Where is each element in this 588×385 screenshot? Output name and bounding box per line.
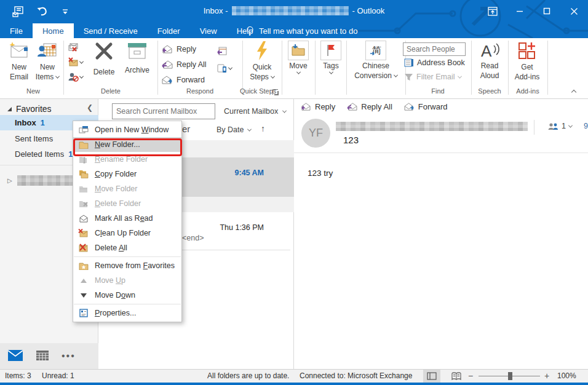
expanded-triangle-icon <box>7 107 12 111</box>
menu-new-folder[interactable]: New Folder... <box>73 137 181 152</box>
quick-steps-dialog-launcher-icon[interactable] <box>272 89 278 95</box>
tab-folder[interactable]: Folder <box>148 23 190 38</box>
window-bottom-edge <box>0 383 588 385</box>
move-icon-frame <box>288 41 309 60</box>
scope-dropdown[interactable]: Current Mailbox <box>219 103 291 119</box>
divider <box>534 120 534 135</box>
message-time: Thu 1:36 PM <box>220 223 264 232</box>
chevron-down-icon <box>282 108 287 113</box>
search-input[interactable] <box>113 107 219 116</box>
archive-button[interactable]: Archive <box>121 41 154 74</box>
maximize-button[interactable] <box>538 2 556 20</box>
im-button[interactable] <box>217 63 232 74</box>
avatar[interactable]: YF <box>301 119 330 148</box>
ignore-button[interactable] <box>68 42 83 53</box>
zoom-level[interactable]: 100% <box>557 371 576 380</box>
mail-nav-button[interactable] <box>7 349 23 363</box>
quick-steps-button[interactable]: Quick Steps <box>245 41 279 81</box>
more-nav-button[interactable]: ••• <box>62 351 76 362</box>
meeting-button[interactable] <box>217 46 232 57</box>
quick-steps-label-1: Quick <box>253 63 272 71</box>
menu-clean-up-folder[interactable]: Clean Up Folder <box>73 226 181 240</box>
zoom-out-button[interactable]: − <box>468 371 473 381</box>
tab-send-receive[interactable]: Send / Receive <box>74 23 148 38</box>
sort-direction-icon[interactable]: ↑ <box>261 124 265 133</box>
tab-file[interactable]: File <box>0 23 33 38</box>
tags-button[interactable]: Tags <box>317 41 344 74</box>
new-items-button[interactable]: New Items <box>33 41 62 81</box>
recipient-count-value: 1 <box>562 122 566 130</box>
collapse-ribbon-icon[interactable] <box>571 90 576 95</box>
forward-action[interactable]: Forward <box>403 102 448 111</box>
reply-action[interactable]: Reply <box>300 102 335 111</box>
read-aloud-icon: A <box>479 41 501 60</box>
close-button[interactable] <box>565 2 583 20</box>
new-email-icon <box>8 41 30 62</box>
chevron-down-icon <box>79 74 84 78</box>
read-aloud-button[interactable]: A Read Aloud <box>474 41 506 80</box>
search-box[interactable] <box>112 103 215 119</box>
junk-button[interactable] <box>68 71 83 82</box>
tell-me-box[interactable]: Tell me what you want to do <box>246 23 357 38</box>
open-new-window-icon <box>78 125 89 135</box>
delete-button[interactable]: Delete <box>89 41 119 76</box>
filter-email-button[interactable]: Filter Email <box>404 73 461 81</box>
avatar-initials: YF <box>309 127 323 140</box>
menu-copy-folder[interactable]: Copy Folder <box>73 167 181 181</box>
message-preview: <end> <box>182 234 204 242</box>
reply-icon <box>300 103 312 111</box>
lightning-icon <box>254 41 270 62</box>
menu-delete-folder: Delete Folder <box>73 196 181 211</box>
delete-folder-icon <box>78 199 89 209</box>
favorites-header[interactable]: Favorites <box>7 104 52 114</box>
chinese-label-2: Conversion <box>354 71 392 80</box>
reply-all-button[interactable]: Reply All <box>161 58 207 71</box>
reply-all-action-label: Reply All <box>361 102 392 111</box>
new-email-label-2: Email <box>10 73 28 81</box>
chevron-down-icon <box>228 65 232 69</box>
menu-delete-all[interactable]: Delete All <box>73 240 181 255</box>
reply-all-icon <box>346 103 358 111</box>
reading-view-button[interactable] <box>448 370 465 383</box>
inbox-count: 1 <box>41 119 45 127</box>
delete-label: Delete <box>93 68 115 76</box>
get-addins-button[interactable]: Get Add-ins <box>511 41 544 81</box>
move-icon <box>291 44 306 57</box>
move-button[interactable]: Move <box>284 41 312 74</box>
normal-view-icon <box>427 372 437 380</box>
items-count: Items: 3 <box>5 371 31 380</box>
svg-text:A: A <box>481 42 492 60</box>
recipient-count[interactable]: 1 <box>547 122 572 130</box>
new-email-button[interactable]: New Email <box>5 41 33 81</box>
tab-home[interactable]: Home <box>33 23 74 38</box>
tab-view[interactable]: View <box>190 23 227 38</box>
remove-favorites-icon <box>78 261 89 271</box>
search-people-input[interactable] <box>403 42 466 56</box>
forward-icon <box>403 103 415 111</box>
move-up-icon <box>78 276 89 286</box>
chevron-down-icon <box>55 74 60 78</box>
menu-move-down[interactable]: Move Down <box>73 288 181 303</box>
address-book-button[interactable]: Address Book <box>404 58 465 67</box>
forward-label: Forward <box>177 76 205 84</box>
menu-open-in-new-window[interactable]: Open in New Window <box>73 122 181 137</box>
clean-up-button[interactable] <box>68 57 83 68</box>
calendar-nav-button[interactable] <box>36 349 49 363</box>
sort-dropdown[interactable]: By Date <box>217 125 251 134</box>
filter-icon <box>404 73 413 81</box>
minimize-button[interactable] <box>511 2 529 20</box>
menu-mark-all-as-read[interactable]: Mark All as Read <box>73 211 181 226</box>
group-label-addins: Add-ins <box>509 87 546 95</box>
chinese-conversion-button[interactable]: 简 Chinese Conversion <box>349 41 403 80</box>
collapse-pane-icon[interactable]: ❮ <box>87 103 93 112</box>
normal-view-button[interactable] <box>423 370 440 383</box>
reply-all-action[interactable]: Reply All <box>346 102 392 111</box>
menu-remove-from-favorites[interactable]: Remove from Favorites <box>73 258 181 273</box>
reply-button[interactable]: Reply <box>161 43 207 55</box>
zoom-slider-handle[interactable] <box>508 372 512 380</box>
ribbon-display-options-icon[interactable] <box>483 2 502 20</box>
menu-properties[interactable]: Properties... <box>73 306 181 320</box>
zoom-in-button[interactable]: + <box>544 371 549 381</box>
ribbon-tabs: File Home Send / Receive Folder View Hel… <box>0 23 263 38</box>
forward-button[interactable]: Forward <box>161 74 207 86</box>
